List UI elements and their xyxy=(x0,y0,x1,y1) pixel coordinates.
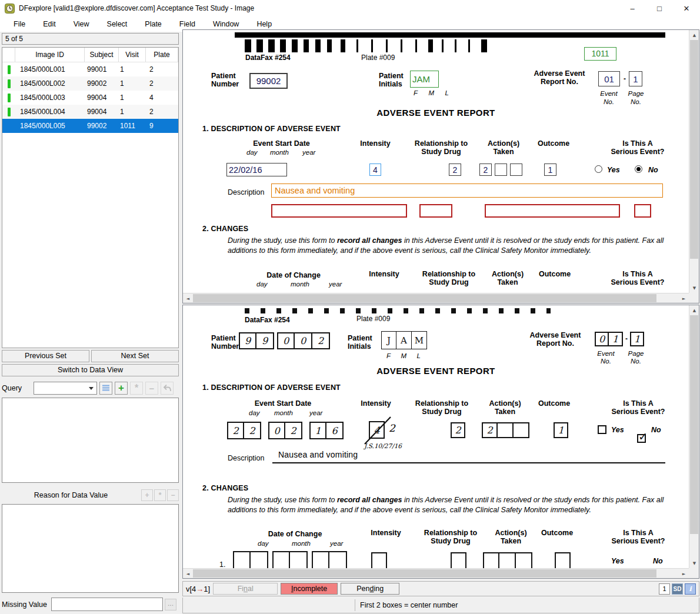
patient-number-field[interactable]: 99002 xyxy=(249,73,288,89)
query-combobox[interactable] xyxy=(34,382,97,395)
minimize-button[interactable]: – xyxy=(619,0,646,16)
minus-icon: − xyxy=(149,383,155,393)
list-row-selected[interactable]: 1845/000L005 99002 1011 9 xyxy=(2,119,178,133)
header-serious: Is This ASerious Event? xyxy=(596,139,679,156)
menu-item-edit[interactable]: Edit xyxy=(34,18,65,31)
red-field-3[interactable] xyxy=(485,204,620,218)
query-star-button[interactable]: * xyxy=(130,382,143,395)
scroll-left-arrow[interactable]: ◄ xyxy=(183,293,193,303)
action2-field[interactable] xyxy=(495,163,507,176)
relationship-field[interactable]: 2 xyxy=(449,163,461,176)
query-remove-button[interactable]: − xyxy=(145,382,158,395)
reason-text-area[interactable] xyxy=(2,504,179,593)
arrow-icon: → xyxy=(196,585,204,593)
red-field-1[interactable] xyxy=(271,204,407,218)
sd-button[interactable]: SD xyxy=(672,583,683,595)
event-date-field[interactable]: 22/02/16 xyxy=(226,163,287,176)
ae-report-label: Adverse Event Report No. xyxy=(524,69,595,86)
scroll-right-arrow[interactable]: ► xyxy=(679,569,689,579)
action-boxes: 2 xyxy=(482,422,529,438)
missing-value-browse-button[interactable]: ... xyxy=(165,599,176,610)
header-actions2: Action(s)Taken xyxy=(484,270,531,286)
scroll-left-arrow[interactable]: ◄ xyxy=(183,569,193,579)
scroll-right-arrow[interactable]: ► xyxy=(679,293,689,303)
action3-field[interactable] xyxy=(510,163,522,176)
reason-star-button[interactable]: * xyxy=(154,489,166,501)
crf-image-panel: DataFax #254 Plate #009 Patient Number 9… xyxy=(182,305,699,579)
incomplete-button[interactable]: Incomplete xyxy=(281,583,338,595)
no-label: No xyxy=(651,426,661,434)
scrollbar-thumb[interactable] xyxy=(690,315,698,534)
scroll-up-arrow[interactable]: ▲ xyxy=(689,305,699,315)
list-row[interactable]: 1845/000L004 99004 1 2 xyxy=(2,105,178,119)
header-serious: Is This ASerious Event? xyxy=(596,399,680,416)
switch-view-button[interactable]: Switch to Data View xyxy=(2,364,179,376)
page-number-button[interactable]: 1 xyxy=(659,583,670,595)
description-field[interactable]: Nausea and vomiting xyxy=(271,183,663,198)
column-header-subject[interactable]: Subject xyxy=(85,48,119,62)
query-add-button[interactable]: + xyxy=(115,382,128,395)
column-header-visit[interactable]: Visit xyxy=(119,48,146,62)
column-header-plate[interactable]: Plate xyxy=(146,48,178,62)
pending-button[interactable]: Pending xyxy=(341,583,399,595)
patient-initials-boxes: J A M xyxy=(381,331,427,349)
outcome-field[interactable]: 1 xyxy=(544,163,556,176)
list-row[interactable]: 1845/000L003 99004 1 4 xyxy=(2,91,178,105)
horizontal-scrollbar[interactable]: ◄ ► xyxy=(183,293,689,303)
menu-item-select[interactable]: Select xyxy=(98,18,136,31)
final-button[interactable]: Final xyxy=(213,583,278,595)
reason-remove-button[interactable]: − xyxy=(167,489,179,501)
list-row[interactable]: 1845/000L001 99001 1 2 xyxy=(2,62,178,76)
horizontal-scrollbar[interactable]: ◄ ► xyxy=(183,568,689,578)
menu-item-view[interactable]: View xyxy=(65,18,98,31)
list-row[interactable]: 1845/000L002 99002 1 2 xyxy=(2,76,178,91)
serious-no-radio[interactable] xyxy=(635,165,642,173)
scrollbar-thumb[interactable] xyxy=(193,294,656,302)
scroll-down-arrow[interactable]: ▼ xyxy=(689,558,699,568)
close-button[interactable]: ✕ xyxy=(673,0,700,16)
vertical-scrollbar[interactable]: ▲ ▼ xyxy=(689,305,699,568)
cell-visit: 1011 xyxy=(119,122,146,130)
column-header-status[interactable] xyxy=(2,48,15,62)
description-line xyxy=(272,462,665,463)
vertical-scrollbar[interactable]: ▲ ▼ xyxy=(689,30,699,293)
previous-set-button[interactable]: Previous Set xyxy=(2,350,89,362)
event-no-field[interactable]: 01 xyxy=(598,71,620,86)
crf-data-panel: DataFax #254 Plate #009 1011 Patient Num… xyxy=(182,29,699,303)
maximize-button[interactable]: □ xyxy=(646,0,673,16)
status-indicator xyxy=(8,79,11,88)
header-actions: Action(s)Taken xyxy=(480,139,527,156)
section1-heading: 1. DESCRIPTION OF ADVERSE EVENT xyxy=(202,383,341,392)
query-undo-button[interactable] xyxy=(161,382,174,395)
cell-plate: 9 xyxy=(146,122,178,130)
column-header-image-id[interactable]: Image ID xyxy=(15,48,85,62)
window-title: DFexplore [valid1@explore.dfdiscover.com… xyxy=(19,4,254,12)
cell-visit: 1 xyxy=(119,94,146,102)
reason-add-button[interactable]: + xyxy=(141,489,153,501)
action1-field[interactable]: 2 xyxy=(479,163,492,176)
next-set-button[interactable]: Next Set xyxy=(91,350,179,362)
info-button[interactable]: i xyxy=(685,583,696,595)
red-field-2[interactable] xyxy=(419,204,452,218)
scrollbar-thumb[interactable] xyxy=(690,40,698,259)
query-text-area[interactable] xyxy=(2,398,179,483)
query-list-button[interactable] xyxy=(99,382,112,395)
scrollbar-thumb[interactable] xyxy=(193,569,656,578)
status-text: First 2 boxes = center number xyxy=(360,601,458,609)
scroll-down-arrow[interactable]: ▼ xyxy=(689,283,699,293)
patient-number-label: Patient Number xyxy=(211,334,239,351)
red-field-4[interactable] xyxy=(634,204,651,218)
page-no-field[interactable]: 1 xyxy=(629,71,642,86)
date-month-boxes: 0 2 xyxy=(268,422,302,439)
no-label: No xyxy=(653,557,663,565)
visit-code-field[interactable]: 1011 xyxy=(584,47,616,61)
missing-value-input[interactable] xyxy=(51,598,163,611)
serious-yes-radio[interactable] xyxy=(595,165,602,173)
menu-item-plate[interactable]: Plate xyxy=(136,18,171,31)
intensity-field[interactable]: 4 xyxy=(369,163,381,176)
scroll-up-arrow[interactable]: ▲ xyxy=(689,30,699,40)
patient-initials-field[interactable]: JAM xyxy=(410,71,439,88)
menu-item-file[interactable]: File xyxy=(5,18,34,31)
datafax-label: DataFax #254 xyxy=(245,316,290,324)
header-relationship2: Relationship toStudy Drug xyxy=(418,529,483,545)
